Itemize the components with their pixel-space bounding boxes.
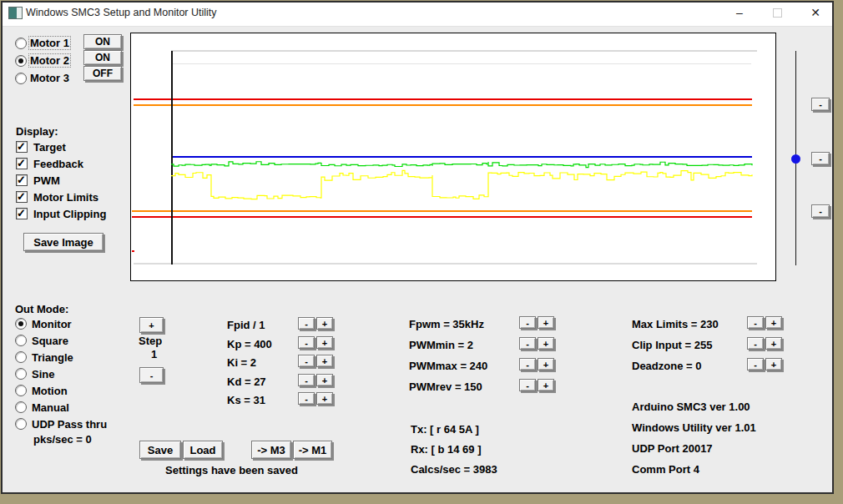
maximize-button[interactable] — [763, 3, 791, 23]
target-checkbox[interactable] — [16, 141, 28, 153]
manual-radio[interactable] — [15, 401, 27, 413]
monitor-radio[interactable] — [15, 318, 27, 330]
input-clipping-label[interactable]: Input Clipping — [33, 209, 106, 219]
udp-port: UDP Port 20017 — [632, 443, 713, 454]
square-label[interactable]: Square — [32, 335, 68, 346]
ks-plus-button[interactable]: + — [316, 392, 333, 405]
pks-per-sec-value: pks/sec = 0 — [33, 434, 92, 445]
motor-1-power-button[interactable]: ON — [83, 34, 122, 49]
clip-input-plus-button[interactable]: + — [765, 337, 782, 350]
sine-radio[interactable] — [15, 368, 27, 380]
window-title: Windows SMC3 Setup and Monitor Utility — [26, 7, 217, 18]
pwmmax-minus-button[interactable]: - — [519, 358, 536, 370]
max-limits-value: Max Limits = 230 — [632, 319, 719, 330]
fpid-plus-button[interactable]: + — [316, 317, 333, 330]
step-plus-button[interactable]: + — [139, 317, 164, 333]
pwm-label[interactable]: PWM — [33, 175, 60, 186]
motion-radio[interactable] — [15, 385, 27, 396]
pwmrev-value: PWMrev = 150 — [409, 381, 482, 392]
deadzone-plus-button[interactable]: + — [765, 358, 782, 370]
ki-value: Ki = 2 — [227, 357, 256, 368]
app-icon — [8, 7, 23, 19]
kd-value: Kd = 27 — [227, 376, 266, 387]
motion-label[interactable]: Motion — [32, 386, 68, 396]
motor-3-label[interactable]: Motor 3 — [30, 73, 69, 83]
motor-2-radio[interactable] — [15, 55, 27, 67]
utility-version: Windows Utility ver 1.01 — [632, 422, 756, 433]
monitor-label[interactable]: Monitor — [32, 319, 72, 330]
manual-label[interactable]: Manual — [32, 402, 69, 413]
comm-port: Comm Port 4 — [632, 464, 699, 475]
feedback-checkbox[interactable] — [16, 158, 28, 169]
triangle-label[interactable]: Triangle — [32, 352, 73, 363]
kd-plus-button[interactable]: + — [316, 374, 333, 386]
screen: { "window": { "title": "Windows SMC3 Set… — [0, 0, 843, 504]
ks-value: Ks = 31 — [227, 395, 265, 406]
close-button[interactable]: ✕ — [801, 3, 830, 23]
calcs-per-sec: Calcs/sec = 3983 — [411, 464, 497, 475]
kp-plus-button[interactable]: + — [316, 336, 333, 349]
kp-minus-button[interactable]: - — [298, 336, 315, 349]
udp-pass-thru-label[interactable]: UDP Pass thru — [32, 419, 107, 430]
display-heading: Display: — [16, 126, 58, 137]
center-nudge-button[interactable]: - — [811, 152, 830, 165]
ki-plus-button[interactable]: + — [316, 355, 333, 367]
load-button[interactable]: Load — [183, 441, 223, 459]
minimize-button[interactable]: – — [725, 3, 754, 23]
step-minus-button[interactable]: - — [139, 367, 164, 383]
motor-limits-label[interactable]: Motor Limits — [33, 192, 98, 203]
pwm-checkbox[interactable] — [16, 174, 28, 186]
motor-2-power-button[interactable]: ON — [83, 50, 122, 65]
feedback-label[interactable]: Feedback — [33, 159, 83, 169]
arduino-version: Arduino SMC3 ver 1.00 — [632, 401, 750, 412]
max-limits-plus-button[interactable]: + — [765, 316, 782, 329]
pwmmax-plus-button[interactable]: + — [538, 358, 554, 370]
fpid-minus-button[interactable]: - — [298, 317, 315, 330]
copy-to-m3-button[interactable]: -> M3 — [251, 441, 291, 459]
step-label: Step — [139, 335, 162, 346]
tx-value: Tx: [ r 64 5A ] — [411, 424, 479, 435]
lower-limit-nudge-button[interactable]: - — [811, 204, 830, 218]
pwmrev-minus-button[interactable]: - — [519, 379, 536, 391]
triangle-radio[interactable] — [15, 351, 27, 363]
maximize-icon — [773, 8, 782, 18]
pwmmin-minus-button[interactable]: - — [519, 337, 536, 350]
scope-chart — [130, 33, 776, 281]
upper-limit-nudge-button[interactable]: - — [811, 98, 830, 111]
kp-value: Kp = 400 — [227, 339, 272, 350]
rx-value: Rx: [ b 14 69 ] — [411, 444, 482, 455]
sine-label[interactable]: Sine — [32, 369, 54, 380]
pwmrev-plus-button[interactable]: + — [538, 379, 554, 391]
fpwm-plus-button[interactable]: + — [538, 316, 554, 329]
motor-1-radio[interactable] — [15, 38, 27, 49]
save-button[interactable]: Save — [139, 441, 181, 459]
motor-2-label[interactable]: Motor 2 — [30, 55, 69, 66]
deadzone-minus-button[interactable]: - — [747, 358, 764, 370]
out-mode-heading: Out Mode: — [15, 304, 68, 315]
square-radio[interactable] — [15, 335, 27, 346]
motor-3-radio[interactable] — [15, 73, 27, 84]
fpid-value: Fpid / 1 — [227, 320, 265, 330]
step-value: 1 — [151, 349, 157, 360]
input-clipping-checkbox[interactable] — [16, 208, 28, 219]
kd-minus-button[interactable]: - — [298, 374, 315, 386]
target-slider-handle[interactable] — [791, 154, 800, 164]
ki-minus-button[interactable]: - — [298, 355, 315, 367]
scope-canvas — [131, 33, 775, 280]
deadzone-value: Deadzone = 0 — [632, 360, 701, 371]
pwmmin-plus-button[interactable]: + — [538, 337, 554, 350]
pwmmax-value: PWMmax = 240 — [409, 360, 487, 371]
status-message: Settings have been saved — [165, 465, 298, 476]
copy-to-m1-button[interactable]: -> M1 — [293, 441, 332, 459]
fpwm-value: Fpwm = 35kHz — [409, 319, 484, 330]
target-label[interactable]: Target — [33, 142, 66, 153]
save-image-button[interactable]: Save Image — [23, 233, 103, 251]
fpwm-minus-button[interactable]: - — [519, 316, 536, 329]
max-limits-minus-button[interactable]: - — [747, 316, 764, 329]
ks-minus-button[interactable]: - — [298, 392, 315, 405]
clip-input-minus-button[interactable]: - — [747, 337, 764, 350]
motor-3-power-button[interactable]: OFF — [83, 66, 122, 81]
motor-limits-checkbox[interactable] — [16, 191, 28, 203]
motor-1-label[interactable]: Motor 1 — [30, 38, 69, 48]
udp-pass-thru-radio[interactable] — [15, 418, 27, 430]
